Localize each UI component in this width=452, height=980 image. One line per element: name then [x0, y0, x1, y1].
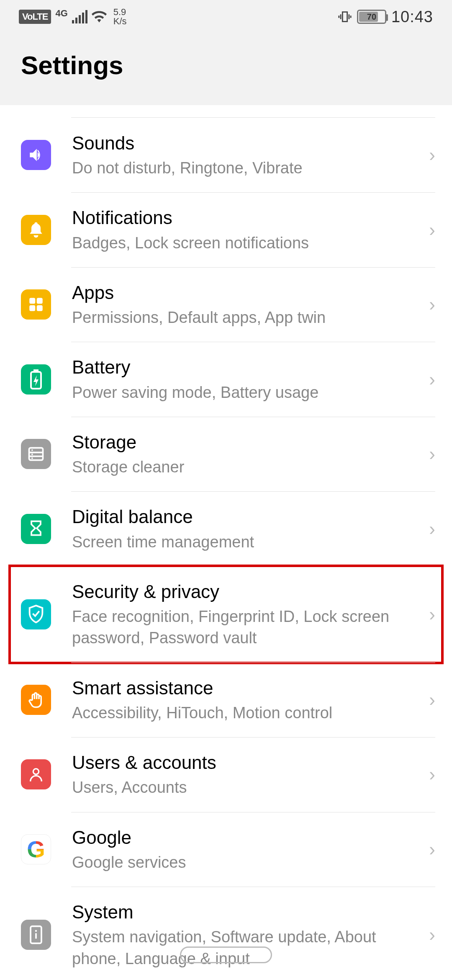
battery-icon: 70	[357, 10, 386, 24]
item-subtitle: Users, Accounts	[72, 777, 421, 798]
settings-item-notifications[interactable]: Notifications Badges, Lock screen notifi…	[0, 192, 452, 267]
settings-item-apps[interactable]: Apps Permissions, Default apps, App twin…	[0, 267, 452, 342]
shield-icon	[21, 599, 51, 629]
grid-icon	[21, 289, 51, 320]
wifi-icon	[92, 11, 107, 23]
signal-icon	[72, 10, 87, 23]
svg-point-11	[31, 457, 33, 459]
item-subtitle: Screen time management	[72, 531, 421, 553]
svg-point-9	[31, 449, 33, 451]
hourglass-icon	[21, 514, 51, 544]
network-type: 4G	[55, 8, 67, 19]
settings-item-sounds[interactable]: Sounds Do not disturb, Ringtone, Vibrate…	[0, 118, 452, 192]
chevron-right-icon: ›	[429, 144, 435, 165]
settings-item-security-privacy[interactable]: Security & privacy Face recognition, Fin…	[0, 566, 452, 663]
item-title: Sounds	[72, 131, 421, 155]
status-right: 70 10:43	[338, 8, 433, 26]
item-title: Smart assistance	[72, 676, 421, 700]
page-title: Settings	[21, 50, 431, 80]
bell-icon	[21, 215, 51, 245]
svg-point-10	[31, 454, 33, 455]
item-subtitle: Power saving mode, Battery usage	[72, 382, 421, 403]
page-header: Settings	[0, 34, 452, 105]
status-bar: VoLTE 4G 5.9 K/s 70 10:43	[0, 0, 452, 34]
item-subtitle: Storage cleaner	[72, 456, 421, 478]
item-subtitle: Do not disturb, Ringtone, Vibrate	[72, 157, 421, 179]
svg-rect-3	[37, 305, 43, 311]
item-title: Storage	[72, 430, 421, 454]
chevron-right-icon: ›	[429, 369, 435, 390]
item-title: Digital balance	[72, 505, 421, 529]
settings-item-digital-balance[interactable]: Digital balance Screen time management ›	[0, 491, 452, 566]
chevron-right-icon: ›	[429, 604, 435, 625]
item-title: Users & accounts	[72, 750, 421, 774]
svg-point-14	[35, 930, 37, 932]
item-title: System	[72, 900, 421, 924]
chevron-right-icon: ›	[429, 924, 435, 945]
settings-item-system[interactable]: System System navigation, Software updat…	[0, 887, 452, 980]
vibrate-icon	[338, 10, 352, 24]
settings-item-battery[interactable]: Battery Power saving mode, Battery usage…	[0, 342, 452, 416]
item-subtitle: Permissions, Default apps, App twin	[72, 307, 421, 328]
settings-item-google[interactable]: G Google Google services ›	[0, 812, 452, 887]
svg-rect-1	[37, 298, 43, 304]
svg-rect-0	[29, 298, 35, 304]
svg-point-12	[33, 769, 39, 774]
chevron-right-icon: ›	[429, 839, 435, 860]
chevron-right-icon: ›	[429, 444, 435, 464]
svg-rect-15	[35, 933, 37, 939]
user-icon	[21, 759, 51, 789]
google-icon: G	[21, 834, 51, 864]
status-left: VoLTE 4G 5.9 K/s	[19, 8, 127, 26]
item-title: Battery	[72, 355, 421, 379]
volte-badge: VoLTE	[19, 10, 51, 24]
item-subtitle: Accessibility, HiTouch, Motion control	[72, 702, 421, 724]
svg-rect-5	[33, 369, 39, 372]
settings-list: Sounds Do not disturb, Ringtone, Vibrate…	[0, 105, 452, 980]
item-subtitle: Google services	[72, 852, 421, 873]
hand-icon	[21, 685, 51, 715]
item-title: Apps	[72, 281, 421, 304]
chevron-right-icon: ›	[429, 764, 435, 785]
item-title: Security & privacy	[72, 580, 421, 603]
phone-info-icon	[21, 920, 51, 950]
item-subtitle: Face recognition, Fingerprint ID, Lock s…	[72, 606, 421, 649]
clock: 10:43	[391, 8, 433, 26]
settings-item-storage[interactable]: Storage Storage cleaner ›	[0, 417, 452, 491]
home-indicator[interactable]	[180, 946, 272, 963]
svg-rect-2	[29, 305, 35, 311]
settings-item-smart-assistance[interactable]: Smart assistance Accessibility, HiTouch,…	[0, 663, 452, 737]
chevron-right-icon: ›	[429, 518, 435, 539]
chevron-right-icon: ›	[429, 219, 435, 240]
speaker-icon	[21, 140, 51, 170]
item-subtitle: Badges, Lock screen notifications	[72, 232, 421, 254]
settings-item-users-accounts[interactable]: Users & accounts Users, Accounts ›	[0, 737, 452, 812]
item-title: Notifications	[72, 206, 421, 230]
server-icon	[21, 439, 51, 469]
network-speed: 5.9 K/s	[113, 8, 127, 26]
chevron-right-icon: ›	[429, 689, 435, 710]
item-title: Google	[72, 825, 421, 849]
battery-icon	[21, 364, 51, 395]
chevron-right-icon: ›	[429, 294, 435, 315]
clipped-previous-item	[71, 105, 435, 118]
svg-rect-6	[29, 448, 43, 460]
